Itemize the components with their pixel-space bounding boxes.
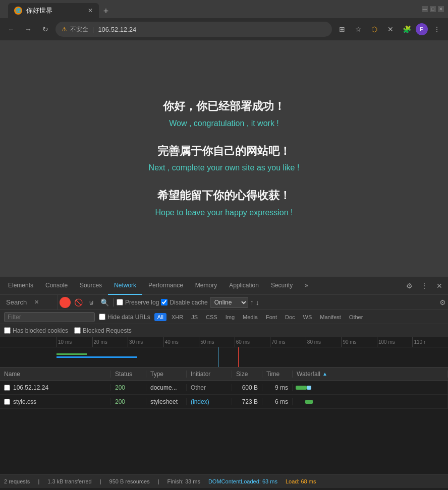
address-bar: ← → ↻ ⚠ 不安全 | 106.52.12.24 ⊞ ☆ ⬡ ✕ 🧩 P ⋮ (0, 18, 448, 40)
blocked-requests-checkbox[interactable]: Blocked Requests (74, 327, 132, 334)
tab-network[interactable]: Network (108, 277, 142, 295)
extension-icon-2[interactable]: ✕ (383, 22, 398, 36)
devtools-more-btn[interactable]: ⋮ (418, 279, 431, 292)
timeline-area: 10 ms 20 ms 30 ms 40 ms 50 ms 60 ms 70 m… (0, 337, 448, 368)
network-settings-btn[interactable]: ⚙ (439, 298, 446, 307)
ruler-10ms: 10 ms (57, 337, 92, 347)
translate-icon[interactable]: ⊞ (335, 22, 349, 36)
close-btn[interactable]: ✕ (438, 6, 444, 12)
status-finish: Finish: 33 ms (167, 478, 200, 484)
td-type-2: stylesheet (146, 398, 187, 405)
td-waterfall-2 (293, 395, 448, 408)
status-divider-2: | (100, 478, 101, 484)
filter-all-btn[interactable]: All (154, 313, 166, 321)
filter-input[interactable] (4, 312, 95, 322)
filter-font-btn[interactable]: Font (263, 313, 280, 321)
devtools-settings-btn[interactable]: ⚙ (403, 279, 416, 292)
filter-xhr-btn[interactable]: XHR (169, 313, 186, 321)
filter-media-btn[interactable]: Media (240, 313, 261, 321)
preserve-log-label: Preserve log (125, 299, 159, 306)
filter-manifest-btn[interactable]: Manifest (317, 313, 344, 321)
search-panel: Search ✕ (2, 295, 58, 310)
tab-sources[interactable]: Sources (74, 277, 108, 295)
tab-performance[interactable]: Performance (142, 277, 189, 295)
filter-doc-btn[interactable]: Doc (282, 313, 298, 321)
blocked-requests-input[interactable] (74, 327, 81, 334)
reload-btn[interactable]: ↻ (38, 22, 52, 36)
filter-img-btn[interactable]: Img (222, 313, 238, 321)
more-icon[interactable]: ⋮ (430, 22, 444, 36)
tab-security[interactable]: Security (265, 277, 299, 295)
row-checkbox-2[interactable] (4, 399, 10, 405)
page-content: 你好，你已经部署成功！ Wow , congratulation , it wo… (0, 40, 448, 276)
profile-icon[interactable]: P (416, 23, 428, 35)
filter-css-btn[interactable]: CSS (203, 313, 220, 321)
td-status-1: 200 (111, 384, 146, 391)
th-type[interactable]: Type (146, 371, 187, 378)
ruler-20ms: 20 ms (92, 337, 128, 347)
browser-tab[interactable]: 🌐 你好世界 ✕ (8, 3, 99, 18)
minimize-btn[interactable]: — (422, 6, 428, 12)
heading-3-zh: 希望能留下你的心得收获！ (155, 186, 293, 206)
hide-data-checkbox[interactable]: Hide data URLs (99, 314, 150, 321)
status-requests: 2 requests (4, 478, 30, 484)
row-checkbox-1[interactable] (4, 385, 10, 391)
back-btn[interactable]: ← (4, 22, 18, 36)
filter-other-btn[interactable]: Other (346, 313, 366, 321)
td-time-2: 6 ms (262, 398, 293, 405)
preserve-log-input[interactable] (117, 299, 123, 305)
status-dom-content-loaded: DOMContentLoaded: 63 ms (208, 478, 277, 484)
extension-icon-3[interactable]: 🧩 (400, 22, 414, 36)
record-btn[interactable] (60, 297, 71, 308)
table-row[interactable]: 106.52.12.24 200 docume... Other 600 B 9… (0, 381, 448, 395)
status-divider-1: | (38, 478, 39, 484)
search-label: Search (2, 298, 31, 306)
th-name[interactable]: Name (0, 371, 111, 378)
disable-cache-checkbox[interactable]: Disable cache (161, 299, 207, 306)
toolbar-icons: ⊞ ☆ ⬡ ✕ 🧩 P ⋮ (335, 22, 444, 36)
status-resources: 950 B resources (109, 478, 150, 484)
network-options-bar: Has blocked cookies Blocked Requests (0, 324, 448, 337)
extension-icon-1[interactable]: ⬡ (367, 22, 381, 36)
tab-application[interactable]: Application (223, 277, 265, 295)
tab-elements[interactable]: Elements (2, 277, 39, 295)
th-size[interactable]: Size (232, 371, 262, 378)
export-btn[interactable]: ↓ (256, 298, 259, 307)
tab-close-btn[interactable]: ✕ (88, 7, 93, 14)
filter-icon-btn[interactable]: ⊎ (86, 297, 97, 308)
tab-more[interactable]: » (299, 277, 314, 295)
td-initiator-2[interactable]: (index) (187, 398, 232, 405)
hide-data-input[interactable] (99, 314, 105, 320)
filter-js-btn[interactable]: JS (188, 313, 201, 321)
wf-bar-1 (296, 386, 306, 390)
th-waterfall[interactable]: Waterfall ▲ (293, 371, 448, 378)
status-transferred: 1.3 kB transferred (47, 478, 91, 484)
blocked-cookies-checkbox[interactable]: Has blocked cookies (4, 327, 68, 334)
tab-memory[interactable]: Memory (189, 277, 223, 295)
search-icon-btn[interactable]: 🔍 (99, 297, 110, 308)
ruler-30ms: 30 ms (128, 337, 163, 347)
ruler-60ms: 60 ms (235, 337, 270, 347)
table-row[interactable]: style.css 200 stylesheet (index) 723 B 6… (0, 395, 448, 409)
maximize-btn[interactable]: □ (430, 6, 436, 12)
devtools-status-bar: 2 requests | 1.3 kB transferred | 950 B … (0, 474, 448, 488)
import-btn[interactable]: ↑ (250, 298, 254, 307)
security-text: 不安全 (70, 25, 88, 34)
devtools-close-btn[interactable]: ✕ (433, 279, 446, 292)
throttle-select[interactable]: Online Fast 3G Slow 3G Offline (210, 297, 248, 308)
blocked-cookies-input[interactable] (4, 327, 11, 334)
clear-btn[interactable]: 🚫 (73, 297, 84, 308)
bookmark-icon[interactable]: ☆ (351, 22, 365, 36)
forward-btn[interactable]: → (21, 22, 35, 36)
th-initiator[interactable]: Initiator (187, 371, 232, 378)
th-time[interactable]: Time (262, 371, 293, 378)
preserve-log-checkbox[interactable]: Preserve log (117, 299, 159, 306)
th-status[interactable]: Status (111, 371, 146, 378)
address-input[interactable]: ⚠ 不安全 | 106.52.12.24 (55, 22, 332, 37)
filter-ws-btn[interactable]: WS (300, 313, 315, 321)
disable-cache-input[interactable] (161, 299, 167, 305)
new-tab-btn[interactable]: + (99, 4, 113, 18)
blocked-cookies-label: Has blocked cookies (13, 327, 68, 334)
tab-console[interactable]: Console (39, 277, 74, 295)
search-close-btn[interactable]: ✕ (31, 297, 42, 308)
